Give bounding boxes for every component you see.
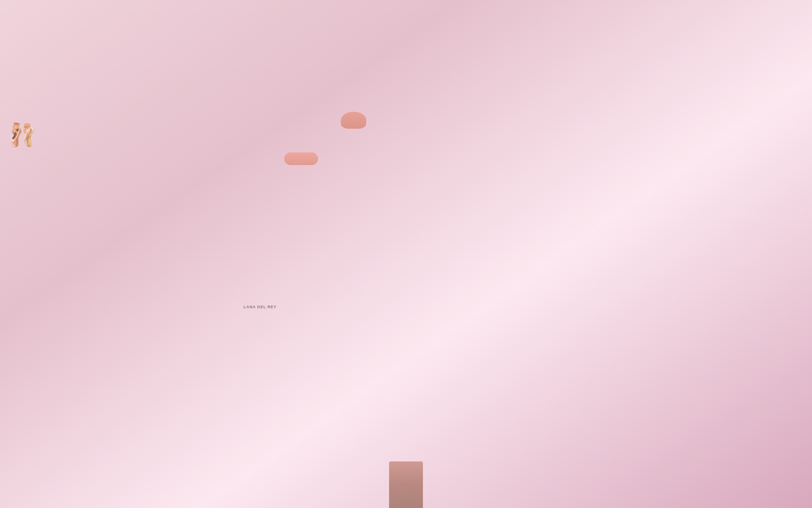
- hero-emoji: 🩰: [8, 124, 36, 146]
- notebook-image-lana: LANA DEL REY: [220, 311, 334, 370]
- notebook-card-lana[interactable]: LANA DEL REY 🎵 Lana Del Rey 2023 Fall: [220, 310, 334, 399]
- notebooks-grid: ➕ Maths 2023 Fall: [220, 211, 778, 399]
- notebooks-section: notebooks: [220, 194, 778, 399]
- right-content: ⊞ semester 1 notebooks: [220, 167, 778, 399]
- hero-overlay: 🩰: [0, 116, 85, 150]
- main-content: pink aesthetic student planner <3 to-do …: [0, 150, 812, 416]
